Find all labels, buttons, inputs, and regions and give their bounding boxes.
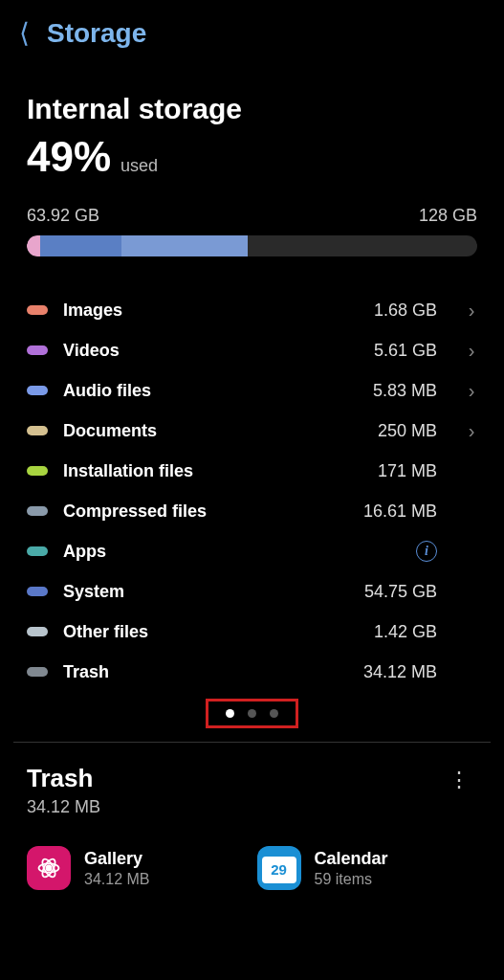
bar-segment <box>121 235 248 256</box>
category-size: 54.75 GB <box>364 582 437 602</box>
app-subtitle: 34.12 MB <box>84 871 149 888</box>
category-size: 16.61 MB <box>363 501 437 522</box>
category-label: Trash <box>63 662 348 682</box>
category-label: Images <box>63 301 359 321</box>
gallery-icon <box>27 846 71 890</box>
category-color-dot <box>27 627 48 636</box>
page-title: Storage <box>47 18 146 49</box>
category-color-dot <box>27 386 48 395</box>
category-label: Apps <box>63 542 401 562</box>
chevron-right-icon: › <box>466 340 477 362</box>
category-row[interactable]: Videos5.61 GB› <box>27 331 477 369</box>
category-size: 5.83 MB <box>373 381 437 401</box>
svg-point-0 <box>46 865 53 872</box>
category-row[interactable]: Compressed files16.61 MB› <box>27 492 477 530</box>
category-row[interactable]: Documents250 MB› <box>27 412 477 450</box>
calendar-icon: 29 <box>257 846 301 890</box>
category-color-dot <box>27 345 48 355</box>
page-indicator[interactable] <box>206 699 298 728</box>
category-size: 171 MB <box>378 461 437 481</box>
category-color-dot <box>27 587 48 596</box>
category-row[interactable]: Other files1.42 GB› <box>27 612 477 651</box>
category-row[interactable]: Trash34.12 MB› <box>27 653 477 691</box>
category-label: Installation files <box>63 461 362 481</box>
capacity-row: 63.92 GB 128 GB <box>27 206 477 226</box>
chevron-right-icon: › <box>466 420 477 442</box>
total-capacity: 128 GB <box>419 206 477 226</box>
category-label: System <box>63 582 349 602</box>
app-name: Gallery <box>84 849 149 869</box>
category-label: Compressed files <box>63 501 348 522</box>
bar-segment <box>27 235 40 256</box>
category-color-dot <box>27 546 48 556</box>
category-color-dot <box>27 667 48 677</box>
trash-section-size: 34.12 MB <box>27 797 100 817</box>
category-size: 250 MB <box>378 421 437 441</box>
storage-bar <box>27 235 477 256</box>
page-dot-1 <box>226 709 234 718</box>
trash-app-item[interactable]: Gallery34.12 MB <box>27 846 248 890</box>
category-label: Videos <box>63 341 359 361</box>
category-label: Documents <box>63 421 362 441</box>
category-color-dot <box>27 466 48 476</box>
category-row[interactable]: Installation files171 MB› <box>27 452 477 490</box>
category-row[interactable]: Audio files5.83 MB› <box>27 371 477 410</box>
category-row[interactable]: System54.75 GB› <box>27 572 477 611</box>
app-subtitle: 59 items <box>315 871 388 888</box>
category-size: 34.12 MB <box>363 662 437 682</box>
calendar-day: 29 <box>262 857 296 883</box>
trash-section-title: Trash <box>27 764 100 793</box>
category-size: 1.68 GB <box>374 301 437 321</box>
app-name: Calendar <box>315 849 388 869</box>
category-row[interactable]: Appsi› <box>27 532 477 570</box>
trash-app-item[interactable]: 29Calendar59 items <box>257 846 478 890</box>
page-dot-2 <box>248 709 256 718</box>
back-icon[interactable]: ⟨ <box>19 17 30 49</box>
category-row[interactable]: Images1.68 GB› <box>27 291 477 329</box>
category-size: 1.42 GB <box>374 622 437 642</box>
usage-percent: 49% <box>27 133 111 181</box>
bar-segment <box>40 235 121 256</box>
used-label: used <box>121 156 158 176</box>
info-icon[interactable]: i <box>416 541 437 562</box>
category-color-dot <box>27 305 48 315</box>
category-label: Other files <box>63 622 359 642</box>
category-label: Audio files <box>63 381 358 401</box>
category-color-dot <box>27 506 48 516</box>
more-icon[interactable]: ⋮ <box>441 764 477 796</box>
page-dot-3 <box>270 709 278 718</box>
chevron-right-icon: › <box>466 300 477 322</box>
category-color-dot <box>27 426 48 435</box>
internal-storage-title: Internal storage <box>27 93 477 125</box>
trash-apps-row: Gallery34.12 MB29Calendar59 items <box>0 823 504 890</box>
usage-percent-row: 49% used <box>27 133 477 181</box>
category-list: Images1.68 GB›Videos5.61 GB›Audio files5… <box>27 291 477 691</box>
used-capacity: 63.92 GB <box>27 206 99 226</box>
category-size: 5.61 GB <box>374 341 437 361</box>
chevron-right-icon: › <box>466 380 477 402</box>
